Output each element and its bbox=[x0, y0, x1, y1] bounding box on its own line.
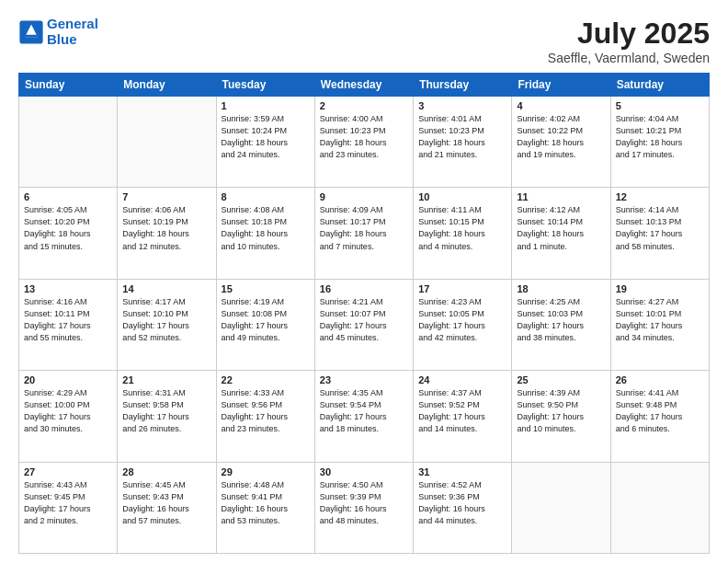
calendar-cell: 16Sunrise: 4:21 AM Sunset: 10:07 PM Dayl… bbox=[314, 279, 413, 370]
calendar-table: SundayMondayTuesdayWednesdayThursdayFrid… bbox=[18, 73, 710, 554]
calendar-cell: 26Sunrise: 4:41 AM Sunset: 9:48 PM Dayli… bbox=[610, 371, 709, 462]
col-header-saturday: Saturday bbox=[610, 74, 709, 97]
calendar-cell: 29Sunrise: 4:48 AM Sunset: 9:41 PM Dayli… bbox=[216, 462, 314, 553]
calendar-header-row: SundayMondayTuesdayWednesdayThursdayFrid… bbox=[19, 74, 710, 97]
day-number: 24 bbox=[418, 374, 506, 385]
calendar-cell: 23Sunrise: 4:35 AM Sunset: 9:54 PM Dayli… bbox=[314, 371, 413, 462]
cell-details: Sunrise: 4:16 AM Sunset: 10:11 PM Daylig… bbox=[24, 296, 112, 344]
cell-details: Sunrise: 4:41 AM Sunset: 9:48 PM Dayligh… bbox=[616, 387, 704, 435]
calendar-cell: 13Sunrise: 4:16 AM Sunset: 10:11 PM Dayl… bbox=[19, 279, 118, 370]
day-number: 29 bbox=[222, 466, 310, 477]
calendar-cell: 24Sunrise: 4:37 AM Sunset: 9:52 PM Dayli… bbox=[414, 371, 512, 462]
calendar-cell: 25Sunrise: 4:39 AM Sunset: 9:50 PM Dayli… bbox=[512, 371, 610, 462]
cell-details: Sunrise: 4:00 AM Sunset: 10:23 PM Daylig… bbox=[320, 113, 408, 161]
cell-details: Sunrise: 4:11 AM Sunset: 10:15 PM Daylig… bbox=[418, 204, 506, 252]
day-number: 5 bbox=[616, 100, 704, 111]
col-header-friday: Friday bbox=[512, 74, 610, 97]
col-header-tuesday: Tuesday bbox=[216, 74, 314, 97]
cell-details: Sunrise: 4:19 AM Sunset: 10:08 PM Daylig… bbox=[222, 296, 310, 344]
day-number: 25 bbox=[517, 374, 605, 385]
day-number: 9 bbox=[320, 191, 408, 202]
page: General Blue July 2025 Saeffle, Vaermlan… bbox=[0, 0, 728, 563]
cell-details: Sunrise: 4:37 AM Sunset: 9:52 PM Dayligh… bbox=[418, 387, 506, 435]
calendar-cell: 2Sunrise: 4:00 AM Sunset: 10:23 PM Dayli… bbox=[314, 97, 413, 188]
logo-line2: Blue bbox=[47, 31, 77, 47]
cell-details: Sunrise: 4:50 AM Sunset: 9:39 PM Dayligh… bbox=[320, 479, 408, 527]
calendar-cell: 8Sunrise: 4:08 AM Sunset: 10:18 PM Dayli… bbox=[216, 188, 314, 279]
calendar-cell: 15Sunrise: 4:19 AM Sunset: 10:08 PM Dayl… bbox=[216, 279, 314, 370]
cell-details: Sunrise: 4:14 AM Sunset: 10:13 PM Daylig… bbox=[616, 204, 704, 252]
cell-details: Sunrise: 4:27 AM Sunset: 10:01 PM Daylig… bbox=[616, 296, 704, 344]
calendar-cell bbox=[512, 462, 610, 553]
day-number: 14 bbox=[122, 283, 210, 294]
calendar-cell: 14Sunrise: 4:17 AM Sunset: 10:10 PM Dayl… bbox=[118, 279, 216, 370]
day-number: 2 bbox=[320, 100, 408, 111]
cell-details: Sunrise: 4:05 AM Sunset: 10:20 PM Daylig… bbox=[24, 204, 112, 252]
cell-details: Sunrise: 4:08 AM Sunset: 10:18 PM Daylig… bbox=[222, 204, 310, 252]
week-row-0: 1Sunrise: 3:59 AM Sunset: 10:24 PM Dayli… bbox=[19, 97, 710, 188]
cell-details: Sunrise: 4:29 AM Sunset: 10:00 PM Daylig… bbox=[24, 387, 112, 435]
calendar-cell: 20Sunrise: 4:29 AM Sunset: 10:00 PM Dayl… bbox=[19, 371, 118, 462]
main-title: July 2025 bbox=[548, 17, 710, 51]
logo-line1: General bbox=[47, 16, 98, 31]
day-number: 4 bbox=[517, 100, 605, 111]
calendar-cell: 31Sunrise: 4:52 AM Sunset: 9:36 PM Dayli… bbox=[414, 462, 512, 553]
week-row-3: 20Sunrise: 4:29 AM Sunset: 10:00 PM Dayl… bbox=[19, 371, 710, 462]
day-number: 17 bbox=[418, 283, 506, 294]
day-number: 23 bbox=[320, 374, 408, 385]
header: General Blue July 2025 Saeffle, Vaermlan… bbox=[18, 17, 710, 65]
day-number: 7 bbox=[122, 191, 210, 202]
cell-details: Sunrise: 4:01 AM Sunset: 10:23 PM Daylig… bbox=[418, 113, 506, 161]
day-number: 1 bbox=[222, 100, 310, 111]
day-number: 16 bbox=[320, 283, 408, 294]
logo-text: General Blue bbox=[47, 17, 98, 47]
calendar-cell: 10Sunrise: 4:11 AM Sunset: 10:15 PM Dayl… bbox=[414, 188, 512, 279]
title-block: July 2025 Saeffle, Vaermland, Sweden bbox=[548, 17, 710, 65]
day-number: 28 bbox=[122, 466, 210, 477]
calendar-cell: 12Sunrise: 4:14 AM Sunset: 10:13 PM Dayl… bbox=[610, 188, 709, 279]
cell-details: Sunrise: 4:09 AM Sunset: 10:17 PM Daylig… bbox=[320, 204, 408, 252]
day-number: 10 bbox=[418, 191, 506, 202]
calendar-cell: 7Sunrise: 4:06 AM Sunset: 10:19 PM Dayli… bbox=[118, 188, 216, 279]
calendar-cell: 19Sunrise: 4:27 AM Sunset: 10:01 PM Dayl… bbox=[610, 279, 709, 370]
cell-details: Sunrise: 4:33 AM Sunset: 9:56 PM Dayligh… bbox=[222, 387, 310, 435]
calendar-cell bbox=[610, 462, 709, 553]
day-number: 15 bbox=[222, 283, 310, 294]
day-number: 20 bbox=[24, 374, 112, 385]
logo: General Blue bbox=[18, 17, 98, 47]
calendar-cell: 22Sunrise: 4:33 AM Sunset: 9:56 PM Dayli… bbox=[216, 371, 314, 462]
sub-title: Saeffle, Vaermland, Sweden bbox=[548, 51, 710, 65]
cell-details: Sunrise: 4:45 AM Sunset: 9:43 PM Dayligh… bbox=[122, 479, 210, 527]
week-row-1: 6Sunrise: 4:05 AM Sunset: 10:20 PM Dayli… bbox=[19, 188, 710, 279]
calendar-cell: 1Sunrise: 3:59 AM Sunset: 10:24 PM Dayli… bbox=[216, 97, 314, 188]
cell-details: Sunrise: 4:48 AM Sunset: 9:41 PM Dayligh… bbox=[222, 479, 310, 527]
cell-details: Sunrise: 4:31 AM Sunset: 9:58 PM Dayligh… bbox=[122, 387, 210, 435]
cell-details: Sunrise: 4:12 AM Sunset: 10:14 PM Daylig… bbox=[517, 204, 605, 252]
calendar-cell: 27Sunrise: 4:43 AM Sunset: 9:45 PM Dayli… bbox=[19, 462, 118, 553]
day-number: 8 bbox=[222, 191, 310, 202]
cell-details: Sunrise: 4:17 AM Sunset: 10:10 PM Daylig… bbox=[122, 296, 210, 344]
calendar-cell: 18Sunrise: 4:25 AM Sunset: 10:03 PM Dayl… bbox=[512, 279, 610, 370]
day-number: 26 bbox=[616, 374, 704, 385]
cell-details: Sunrise: 4:06 AM Sunset: 10:19 PM Daylig… bbox=[122, 204, 210, 252]
day-number: 27 bbox=[24, 466, 112, 477]
day-number: 22 bbox=[222, 374, 310, 385]
calendar-cell: 9Sunrise: 4:09 AM Sunset: 10:17 PM Dayli… bbox=[314, 188, 413, 279]
calendar-cell: 30Sunrise: 4:50 AM Sunset: 9:39 PM Dayli… bbox=[314, 462, 413, 553]
cell-details: Sunrise: 3:59 AM Sunset: 10:24 PM Daylig… bbox=[222, 113, 310, 161]
cell-details: Sunrise: 4:23 AM Sunset: 10:05 PM Daylig… bbox=[418, 296, 506, 344]
cell-details: Sunrise: 4:43 AM Sunset: 9:45 PM Dayligh… bbox=[24, 479, 112, 527]
cell-details: Sunrise: 4:02 AM Sunset: 10:22 PM Daylig… bbox=[517, 113, 605, 161]
day-number: 3 bbox=[418, 100, 506, 111]
calendar-cell bbox=[118, 97, 216, 188]
cell-details: Sunrise: 4:04 AM Sunset: 10:21 PM Daylig… bbox=[616, 113, 704, 161]
day-number: 21 bbox=[122, 374, 210, 385]
col-header-monday: Monday bbox=[118, 74, 216, 97]
cell-details: Sunrise: 4:35 AM Sunset: 9:54 PM Dayligh… bbox=[320, 387, 408, 435]
calendar-cell: 17Sunrise: 4:23 AM Sunset: 10:05 PM Dayl… bbox=[414, 279, 512, 370]
col-header-sunday: Sunday bbox=[19, 74, 118, 97]
cell-details: Sunrise: 4:39 AM Sunset: 9:50 PM Dayligh… bbox=[517, 387, 605, 435]
calendar-cell: 3Sunrise: 4:01 AM Sunset: 10:23 PM Dayli… bbox=[414, 97, 512, 188]
svg-rect-2 bbox=[24, 34, 40, 37]
day-number: 6 bbox=[24, 191, 112, 202]
